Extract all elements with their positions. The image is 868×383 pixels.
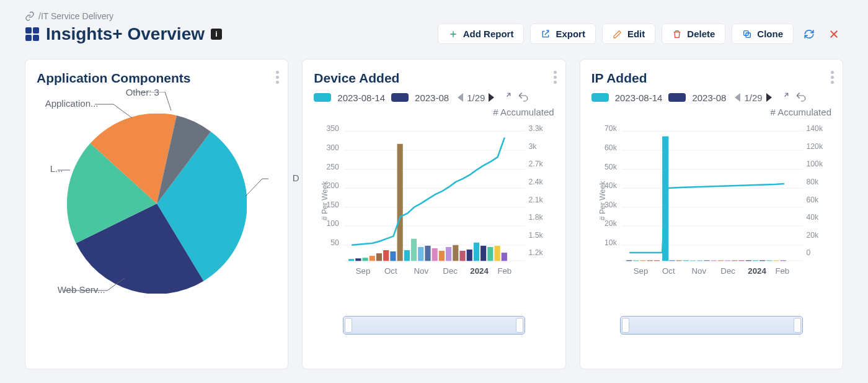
time-range-slider[interactable] [620, 316, 802, 335]
slider-handle-left[interactable] [345, 318, 352, 333]
slider-handle-right[interactable] [794, 318, 801, 333]
page-prev-icon[interactable] [735, 93, 740, 102]
delete-button[interactable]: Delete [662, 24, 725, 44]
svg-text:100k: 100k [806, 160, 823, 168]
svg-rect-45 [460, 251, 466, 261]
svg-rect-1 [33, 27, 39, 34]
card-menu-button[interactable] [831, 71, 834, 84]
svg-rect-89 [676, 260, 681, 261]
page-next-icon[interactable] [766, 93, 772, 102]
svg-rect-48 [480, 246, 486, 261]
svg-text:20k: 20k [806, 231, 819, 240]
svg-text:2024: 2024 [748, 266, 766, 276]
card-menu-button[interactable] [276, 71, 279, 84]
close-button[interactable] [825, 25, 843, 43]
svg-text:3k: 3k [529, 142, 538, 151]
delete-label: Delete [687, 29, 715, 39]
svg-text:# Per Week: # Per Week [321, 181, 330, 221]
svg-text:Sep: Sep [633, 266, 648, 276]
svg-rect-101 [760, 260, 765, 261]
svg-rect-83 [626, 260, 632, 261]
svg-text:0: 0 [806, 248, 810, 257]
svg-text:140k: 140k [806, 124, 823, 133]
svg-text:40k: 40k [806, 213, 819, 222]
page-label: 1/29 [467, 92, 485, 103]
copy-icon [742, 29, 752, 39]
legend-chip-b [668, 93, 686, 102]
time-range-slider[interactable] [343, 316, 525, 335]
edit-button[interactable]: Edit [602, 24, 655, 44]
svg-rect-32 [370, 256, 375, 261]
edit-label: Edit [627, 29, 645, 39]
page-prev-icon[interactable] [458, 93, 463, 102]
export-button[interactable]: Export [530, 24, 596, 44]
svg-rect-44 [453, 245, 459, 261]
export-label: Export [556, 29, 585, 39]
breadcrumb[interactable]: /IT Service Delivery [25, 11, 843, 21]
clone-button[interactable]: Clone [732, 24, 794, 44]
svg-text:1.2k: 1.2k [529, 248, 544, 257]
legend-row: 2023-08-14 2023-08 1/29 [591, 92, 831, 103]
svg-rect-43 [446, 247, 451, 261]
svg-rect-100 [753, 260, 758, 261]
close-icon [828, 29, 839, 40]
svg-rect-33 [376, 253, 382, 261]
slider-handle-right[interactable] [516, 318, 523, 333]
legend-row: 2023-08-14 2023-08 1/29 [314, 92, 554, 103]
svg-text:2.4k: 2.4k [529, 178, 544, 186]
svg-rect-34 [383, 250, 389, 261]
svg-rect-91 [690, 260, 696, 261]
svg-rect-39 [418, 247, 423, 261]
card-menu-button[interactable] [554, 71, 557, 84]
svg-rect-98 [738, 260, 744, 261]
legend-a: 2023-08-14 [615, 92, 663, 103]
combo-chart-ip: 70k 60k 50k 40k 30k 20k 10k 140k 120k 10… [591, 119, 831, 305]
svg-rect-87 [654, 260, 660, 261]
svg-rect-90 [683, 260, 688, 261]
svg-rect-36 [397, 144, 403, 261]
legend-a: 2023-08-14 [337, 92, 385, 103]
svg-rect-102 [766, 260, 772, 261]
svg-rect-85 [640, 260, 645, 261]
pie-label-d: D [293, 173, 299, 183]
pencil-icon [613, 29, 622, 39]
svg-text:Nov: Nov [691, 266, 706, 276]
breadcrumb-label: /IT Service Delivery [38, 11, 113, 21]
svg-text:# Per Week: # Per Week [598, 181, 607, 221]
svg-text:300: 300 [327, 143, 340, 152]
svg-rect-84 [633, 260, 639, 261]
svg-text:Dec: Dec [720, 266, 735, 276]
card-title: IP Added [591, 71, 831, 86]
svg-rect-42 [439, 251, 445, 261]
page-title: Insights+ Overview [46, 24, 205, 44]
svg-text:70k: 70k [604, 124, 618, 133]
clone-label: Clone [757, 29, 783, 39]
card-title: Device Added [314, 71, 554, 86]
info-badge[interactable]: i [211, 29, 222, 40]
svg-text:Sep: Sep [356, 266, 371, 276]
dashboard-icon [25, 27, 40, 42]
expand-icon[interactable] [500, 92, 512, 103]
card-title: Application Components [37, 71, 277, 86]
card-application-components: Application Components Other: 3 Applicat… [25, 59, 288, 369]
undo-icon[interactable] [795, 92, 807, 103]
card-device-added: Device Added 2023-08-14 2023-08 1/29 # A… [302, 59, 565, 369]
legend-b: 2023-08 [415, 92, 449, 103]
svg-rect-95 [717, 260, 723, 261]
page-next-icon[interactable] [489, 93, 494, 102]
slider-handle-left[interactable] [622, 318, 629, 333]
svg-rect-47 [474, 243, 479, 261]
svg-text:50: 50 [331, 238, 340, 247]
card-ip-added: IP Added 2023-08-14 2023-08 1/29 # Accum… [580, 59, 843, 369]
undo-icon[interactable] [518, 92, 529, 103]
svg-text:350: 350 [327, 124, 340, 133]
svg-text:80k: 80k [806, 178, 819, 186]
export-icon [541, 29, 551, 39]
add-report-button[interactable]: Add Report [438, 24, 525, 44]
svg-text:10k: 10k [604, 238, 618, 247]
svg-rect-51 [502, 253, 507, 261]
refresh-button[interactable] [800, 25, 818, 43]
expand-icon[interactable] [778, 92, 789, 103]
svg-text:1.8k: 1.8k [529, 213, 544, 222]
svg-rect-103 [773, 260, 779, 261]
